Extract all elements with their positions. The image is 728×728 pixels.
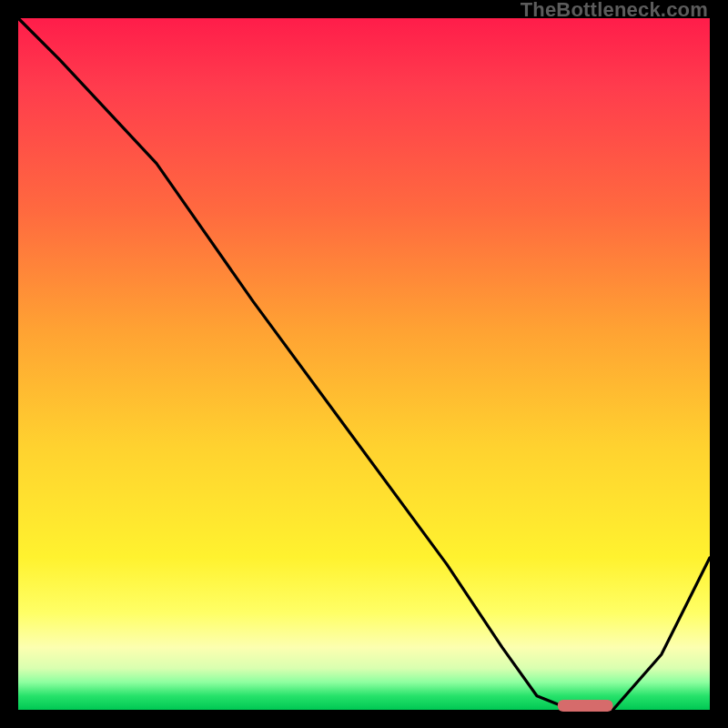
chart-frame: TheBottleneck.com: [0, 0, 728, 728]
watermark-text: TheBottleneck.com: [521, 0, 708, 20]
bottleneck-curve-line: [18, 18, 710, 710]
optimal-range-marker: [558, 700, 613, 712]
chart-svg: [18, 18, 710, 710]
